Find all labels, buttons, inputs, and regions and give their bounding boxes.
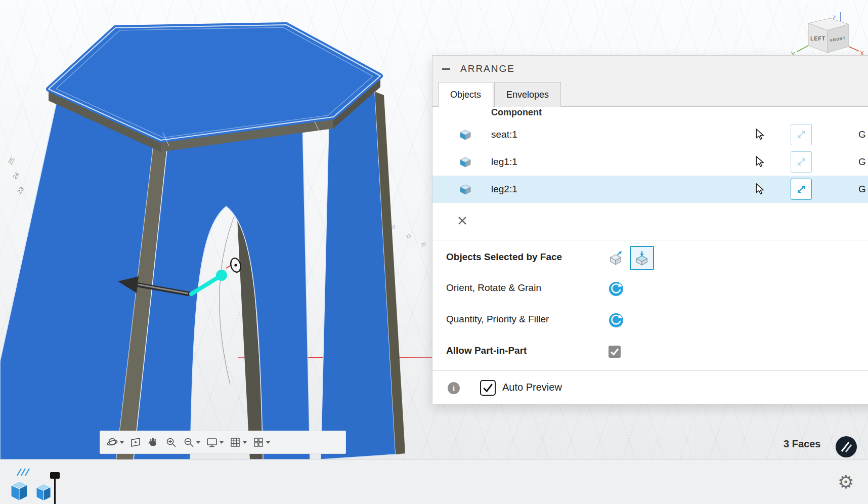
grain-column-clipped: G [858,121,866,148]
grid-ruler-number: 25 [7,156,16,165]
dropdown-caret[interactable] [266,441,270,444]
table-row-seat[interactable]: seat:1 G [432,121,868,148]
dropdown-caret[interactable] [120,441,124,444]
look-at-icon [129,436,142,448]
quantity-settings-button[interactable] [609,313,624,328]
orbit-icon [106,436,118,448]
select-by-body-button[interactable] [604,247,627,269]
move-arrows-icon [796,184,807,195]
timeline-hatch-icon [16,467,32,477]
orient-settings-button[interactable] [609,281,624,297]
check-icon [609,346,621,358]
grid-ruler-number: 23 [16,185,25,195]
rotate-clock-icon [609,313,624,328]
manipulator-origin-handle[interactable] [216,270,227,281]
dropdown-caret[interactable] [243,441,247,444]
divider [432,240,868,240]
allow-part-in-part-label: Allow Part-in-Part [446,345,527,356]
select-face-icon [634,250,649,266]
dialog-title: ARRANGE [460,63,515,74]
move-object-button[interactable] [791,151,812,173]
rotation-arc [220,206,238,385]
pan-icon [147,436,159,448]
close-x-icon [457,216,467,226]
timeline-component-icon[interactable] [8,478,30,502]
auto-preview-label: Auto Preview [502,382,562,393]
grid-ruler-number: 21 [405,233,412,239]
fit-icon [183,436,195,448]
check-icon [481,381,495,395]
clear-selection-button[interactable] [451,209,474,232]
manipulator-disc-center [234,264,237,266]
component-name: leg2:1 [491,176,517,203]
component-cube-icon [459,155,472,169]
view-cube[interactable]: Z Y X LEFT FRONT [791,12,864,58]
viewcube-x-axis [849,47,859,51]
move-arrows-icon [796,156,807,167]
info-icon[interactable]: i [448,382,460,394]
gear-icon[interactable]: ⚙ [838,473,854,491]
display-settings-icon [206,436,218,448]
tab-objects[interactable]: Objects [438,82,493,107]
component-name: seat:1 [491,121,517,148]
table-row-leg1[interactable]: leg1:1 G [432,148,868,176]
select-body-icon [608,250,623,266]
grid-ruler-number: 20 [420,241,427,248]
component-cube-icon [459,128,472,141]
table-row-leg2-selected[interactable]: leg2:1 G [432,176,868,203]
divider [432,370,868,371]
arrange-dialog: ARRANGE Objects Envelopes Component seat… [432,55,868,404]
move-arrows-icon [796,129,807,140]
graphics-diagnostic-button[interactable] [836,436,857,457]
collapse-minus-icon[interactable] [442,68,450,70]
zoom-button[interactable] [165,436,177,448]
table-header-component: Component [432,107,868,122]
timeline-playhead[interactable] [54,473,56,504]
look-at-button[interactable] [129,436,142,448]
tab-envelopes[interactable]: Envelopes [494,82,561,107]
cursor-icon[interactable] [754,183,766,195]
pan-button[interactable] [147,436,159,448]
component-name: leg1:1 [491,148,517,176]
viewcube-y-axis [797,46,808,52]
orbit-button[interactable] [106,436,124,448]
panel-header: ARRANGE Objects Envelopes [432,56,868,107]
cursor-icon[interactable] [754,129,766,141]
move-object-button[interactable] [791,179,812,200]
orient-rotate-grain-label: Orient, Rotate & Grain [446,282,541,293]
dropdown-caret[interactable] [196,441,200,444]
viewports-icon [252,436,265,448]
grid-ruler-number: 24 [11,171,21,180]
viewcube-left-text: LEFT [810,35,826,41]
dropdown-caret[interactable] [220,441,224,444]
diagonal-lines-icon [836,436,857,457]
grain-column-clipped: G [858,176,866,203]
timeline-component-icon[interactable] [33,481,54,502]
rotate-clock-icon [609,281,624,297]
display-settings-button[interactable] [206,436,224,448]
navigation-toolbar [100,431,346,454]
auto-preview-checkbox[interactable] [480,380,496,396]
grid-icon [229,436,241,448]
fit-button[interactable] [183,436,200,448]
viewports-button[interactable] [252,436,270,448]
cursor-icon[interactable] [754,156,766,168]
move-object-button[interactable] [791,124,812,145]
objects-selected-by-face-label: Objects Selected by Face [446,251,562,263]
grid-and-snaps-button[interactable] [229,436,247,448]
quantity-priority-filler-label: Quantity, Priority & Filler [446,314,549,325]
grain-column-clipped: G [858,148,866,176]
timeline-bar: ⚙ [0,459,868,504]
tabstrip: Objects Envelopes [432,82,868,107]
select-by-face-button[interactable] [630,246,654,270]
component-cube-icon [459,183,472,196]
info-glyph: i [453,384,455,393]
allow-part-in-part-checkbox[interactable] [609,346,621,358]
zoom-icon [165,436,177,448]
selection-status: 3 Faces [784,438,820,450]
